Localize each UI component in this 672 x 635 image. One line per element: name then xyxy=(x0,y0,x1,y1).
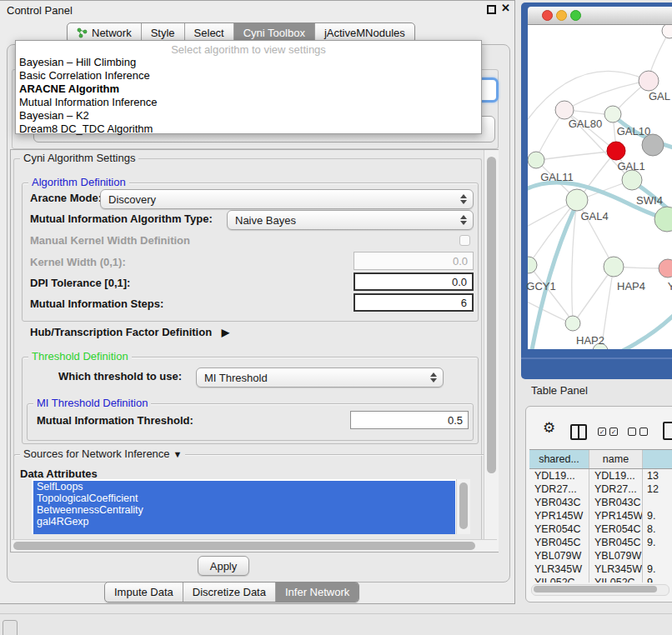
network-window-bottom-edge xyxy=(521,358,672,359)
table-horizontal-scrollbar-thumb[interactable] xyxy=(534,586,657,592)
tab-infer-network-label: Infer Network xyxy=(285,586,349,598)
node-red-selected[interactable] xyxy=(607,142,625,160)
kernel-width-field[interactable]: 0.0 xyxy=(354,252,474,270)
settings-vertical-scrollbar[interactable] xyxy=(484,150,499,552)
algorithm-option[interactable]: Bayesian – Hill Climbing xyxy=(16,56,481,69)
checked-box-icon: ✓ xyxy=(609,428,618,436)
algorithm-option[interactable]: Dream8 DC_TDC Algorithm xyxy=(16,122,481,136)
tab-discretize-data[interactable]: Discretize Data xyxy=(183,582,276,602)
dpi-tolerance-label: DPI Tolerance [0,1]: xyxy=(30,277,130,289)
node-gal10[interactable] xyxy=(604,106,621,122)
new-table-icon[interactable] xyxy=(663,422,672,440)
table-row[interactable]: YER054CYER054C8. xyxy=(529,522,672,536)
apply-button[interactable]: Apply xyxy=(198,556,249,576)
table-horizontal-scrollbar[interactable] xyxy=(531,584,669,596)
data-attributes-list[interactable]: SelfLoops TopologicalCoefficient Between… xyxy=(32,479,470,534)
aracne-mode-label: Aracne Mode: xyxy=(30,192,102,204)
attribute-list-scrollbar-thumb[interactable] xyxy=(459,482,468,529)
attribute-item[interactable]: gal4RGexp xyxy=(33,516,455,528)
network-graph xyxy=(528,25,672,349)
settings-horizontal-scrollbar-thumb[interactable] xyxy=(13,542,475,550)
table-row[interactable]: YPR145WYPR145W9. xyxy=(529,509,672,522)
table-row[interactable]: YLR345WYLR345W9. xyxy=(529,562,672,576)
close-icon[interactable]: ✕ xyxy=(501,2,510,14)
hub-definition-label: Hub/Transcription Factor Definition xyxy=(30,326,212,338)
mi-threshold-group-title: MI Threshold Definition xyxy=(33,397,151,409)
table-row[interactable]: YIL052CYIL052C9. xyxy=(529,576,672,582)
tab-style-label: Style xyxy=(151,27,175,39)
expanded-arrow-icon[interactable]: ▼ xyxy=(173,449,183,459)
deselect-all-icon[interactable] xyxy=(628,428,648,436)
algorithm-option[interactable]: Bayesian – K2 xyxy=(16,109,481,122)
node[interactable] xyxy=(662,25,672,38)
float-window-icon[interactable] xyxy=(487,5,496,14)
column-header-shared[interactable]: shared... xyxy=(529,450,589,468)
attribute-item[interactable]: SelfLoops xyxy=(33,481,455,492)
sources-title-text: Sources for Network Inference xyxy=(23,448,170,460)
mi-threshold-field[interactable]: 0.5 xyxy=(350,411,469,429)
table-panel-window: ⚙ ✓ ✓ shared... name YDL19...YDL19...13 … xyxy=(525,406,672,602)
column-header-name[interactable]: name xyxy=(589,450,643,468)
node-gal[interactable] xyxy=(639,71,659,91)
algorithm-dropdown-popup: Select algorithm to view settings Bayesi… xyxy=(15,40,482,134)
apply-button-label: Apply xyxy=(210,560,238,572)
aracne-mode-combo[interactable]: Discovery xyxy=(100,189,474,209)
manual-kernel-checkbox[interactable] xyxy=(459,235,470,246)
mi-type-combo[interactable]: Naive Bayes xyxy=(227,210,474,230)
mi-threshold-label: Mutual Information Threshold: xyxy=(37,414,193,427)
settings-gear-icon[interactable]: ⚙ xyxy=(543,421,555,435)
node-hap2[interactable] xyxy=(565,316,580,331)
table-row[interactable]: YDL19...YDL19...13 xyxy=(529,469,672,482)
node-hap4[interactable] xyxy=(604,257,624,277)
close-traffic-light[interactable] xyxy=(542,10,553,21)
table-row[interactable]: YDR27...YDR27...12 xyxy=(529,482,672,496)
dpi-tolerance-field[interactable]: 0.0 xyxy=(354,272,474,291)
mi-steps-field[interactable]: 6 xyxy=(354,293,474,312)
table-row[interactable]: YBL079WYBL079W xyxy=(529,549,672,562)
node-label: HAP4 xyxy=(617,280,645,292)
node-label: HAP2 xyxy=(576,334,604,347)
collapsed-panel-button[interactable] xyxy=(3,620,18,635)
node-gal1[interactable] xyxy=(622,170,642,190)
hub-definition-disclosure[interactable]: Hub/Transcription Factor Definition ▶ xyxy=(30,326,229,338)
column-header-cut[interactable] xyxy=(643,450,672,468)
tab-discretize-data-label: Discretize Data xyxy=(193,586,266,598)
node-gcy1[interactable] xyxy=(528,257,537,273)
checked-box-icon: ✓ xyxy=(598,428,606,436)
node-label: Y xyxy=(668,280,672,292)
column-view-icon[interactable] xyxy=(570,424,587,440)
node-swi4[interactable] xyxy=(654,207,672,232)
table-header-row: shared... name xyxy=(529,449,672,469)
unchecked-box-icon xyxy=(628,428,636,436)
tab-infer-network[interactable]: Infer Network xyxy=(276,582,359,602)
table-panel-title: Table Panel xyxy=(531,384,588,397)
node-gal11[interactable] xyxy=(528,152,544,168)
node-gal80[interactable] xyxy=(555,101,574,119)
network-canvas[interactable]: GAL GAL80 GAL10 GAL1 GAL11 SWI4 GAL4 GCY… xyxy=(528,25,672,349)
table-row[interactable]: YBR045CYBR045C9. xyxy=(529,536,672,549)
node-label: GAL1 xyxy=(617,160,644,172)
combo-arrows-icon xyxy=(430,372,437,382)
settings-vertical-scrollbar-thumb[interactable] xyxy=(487,157,496,473)
zoom-traffic-light[interactable] xyxy=(570,10,581,21)
attribute-item[interactable]: BetweennessCentrality xyxy=(33,504,455,516)
algorithm-option[interactable]: Mutual Information Inference xyxy=(16,96,481,109)
tab-select-label: Select xyxy=(194,27,224,39)
table-row[interactable]: YBR043CYBR043C xyxy=(529,496,672,509)
tab-impute-data[interactable]: Impute Data xyxy=(105,582,183,602)
algorithm-option[interactable]: Basic Correlation Inference xyxy=(16,69,481,82)
control-panel-window: Control Panel ✕ Network Style Select xyxy=(0,0,515,604)
node-gal4[interactable] xyxy=(566,189,588,211)
which-threshold-combo[interactable]: MI Threshold xyxy=(196,368,444,388)
select-all-icon[interactable]: ✓ ✓ xyxy=(598,428,618,436)
network-window-titlebar[interactable] xyxy=(528,7,672,25)
algorithm-option-selected[interactable]: ARACNE Algorithm xyxy=(16,82,481,96)
cyni-algorithm-settings-title: Cyni Algorithm Settings xyxy=(20,152,138,164)
minimize-traffic-light[interactable] xyxy=(556,10,567,21)
node-salmon[interactable] xyxy=(659,259,672,278)
settings-horizontal-scrollbar[interactable] xyxy=(12,539,497,552)
network-view-window[interactable]: GAL GAL80 GAL10 GAL1 GAL11 SWI4 GAL4 GCY… xyxy=(521,2,672,379)
attribute-list-scrollbar[interactable] xyxy=(456,479,470,534)
attribute-item[interactable]: TopologicalCoefficient xyxy=(33,492,455,504)
kernel-width-label: Kernel Width (0,1): xyxy=(30,256,126,268)
